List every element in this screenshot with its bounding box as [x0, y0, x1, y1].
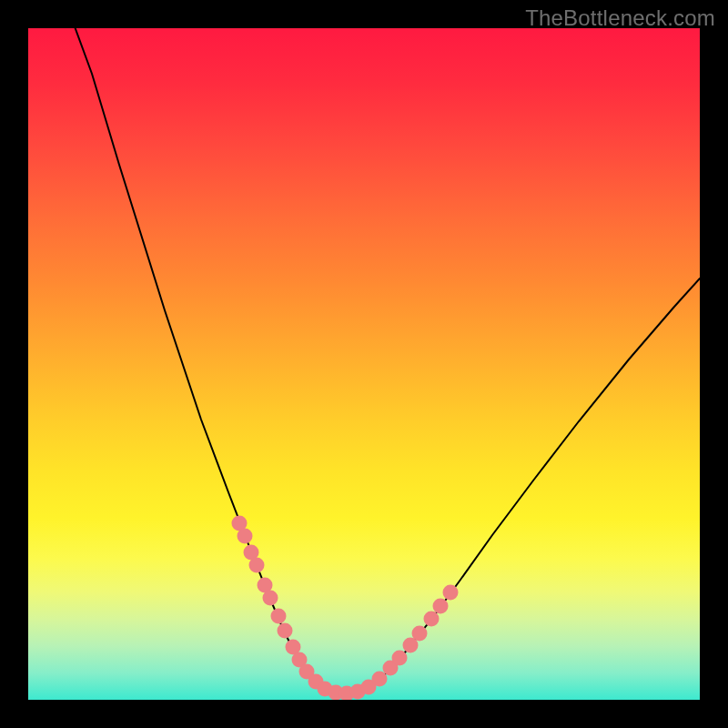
plot-area — [28, 28, 700, 700]
chart-frame: TheBottleneck.com — [0, 0, 728, 728]
watermark-text: TheBottleneck.com — [525, 5, 715, 31]
gradient-background — [28, 28, 700, 700]
